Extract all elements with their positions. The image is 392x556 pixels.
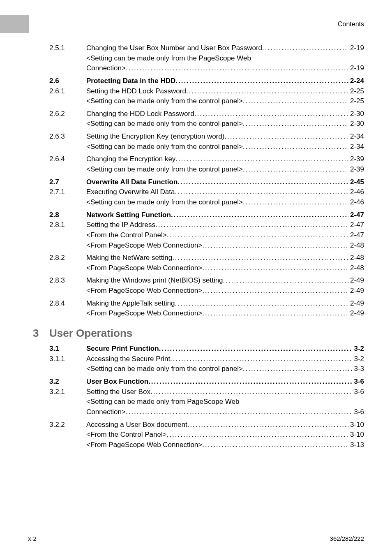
toc-entry-page: 3-10 [348,420,364,430]
toc-entry[interactable]: 2.8Network Setting Function 2-47 [49,210,364,220]
toc-entry[interactable]: 2.7Overwrite All Data Function 2-45 [49,177,364,188]
toc-subentry-title: <Setting can be made only from the contr… [86,364,243,374]
toc-entry-number: 2.6.1 [49,86,86,97]
toc-leader [167,430,348,440]
toc-entry-number: 2.6.4 [49,154,86,164]
toc-subentry[interactable]: <Setting can be made only from the contr… [86,142,364,152]
toc-subentry-page: 2-19 [348,63,364,74]
toc-entry-body: Network Setting Function 2-47 [86,210,364,220]
toc-subentry[interactable]: <From PageScope Web Connection> 2-49 [86,308,364,319]
toc-entry-title: Executing Overwrite All Data [86,187,175,197]
toc-entry-number: 2.6.3 [49,132,86,142]
toc-leader [224,132,348,142]
toc-subentry[interactable]: <Setting can be made only from PageScope… [86,397,364,407]
toc-subentry-title: <Setting can be made only from the contr… [86,164,243,175]
toc-entry-body: Secure Print Function 3-2 [86,344,364,354]
footer-page-number: x-2 [28,535,37,542]
toc-entry-page: 2-30 [348,109,364,119]
toc-entry-number: 2.8.3 [49,276,86,286]
toc-entry-body: Accessing a User Box document 3-10 [86,420,364,430]
footer-rule [28,532,364,532]
toc-entry[interactable]: 2.6.3Setting the Encryption Key (encrypt… [49,132,364,142]
toc-entry-body: Setting the HDD Lock Password 2-25 [86,86,364,97]
toc-entry[interactable]: 2.8.1Setting the IP Address 2-47 [49,220,364,230]
toc-leader [194,109,348,119]
toc-entry-page: 2-39 [348,154,364,164]
toc-entry-number: 2.5.1 [49,43,86,53]
toc-subentry-page: 3-10 [348,430,364,440]
toc-entry[interactable]: 3.1.1Accessing the Secure Print 3-2 [49,354,364,364]
toc-entry-body: Changing the HDD Lock Password 2-30 [86,109,364,119]
toc-subentry[interactable]: <Setting can be made only from the contr… [86,197,364,208]
toc-entry-title: Changing the User Box Number and User Bo… [86,43,262,53]
toc-entry[interactable]: 2.8.2Making the NetWare setting 2-48 [49,253,364,263]
toc-subentry-title: <From PageScope Web Connection> [86,440,202,450]
toc-entry-number: 3.2.2 [49,420,86,430]
toc-leader [187,420,348,430]
toc-subentry[interactable]: <Setting can be made only from the contr… [86,96,364,107]
toc-leader [148,377,352,387]
toc-leader [202,263,348,273]
toc-entry[interactable]: 2.6Protecting Data in the HDD 2-24 [49,76,364,86]
toc-subentry[interactable]: <Setting can be made only from the contr… [86,164,364,175]
toc-leader [150,387,353,397]
chapter-heading: 3User Operations [33,327,364,340]
toc-entry-page: 2-24 [348,76,364,86]
toc-subentry[interactable]: <From the Control Panel> 3-10 [86,430,364,440]
toc-entry-number: 3.2.1 [49,387,86,397]
toc-entry[interactable]: 2.6.4Changing the Encryption key 2-39 [49,154,364,164]
toc-subentry[interactable]: <Setting can be made only from the contr… [86,364,364,374]
toc-entry-title: Secure Print Function [86,344,159,354]
toc-subentry-title: <From the Control Panel> [86,230,167,241]
toc-entry-title: Changing the HDD Lock Password [86,109,194,119]
toc-leader [243,96,348,107]
toc-entry-body: Setting the Encryption Key (encryption w… [86,132,364,142]
toc-subentry-page: 2-49 [348,308,364,319]
toc-entry-number: 3.1.1 [49,354,86,364]
toc-entry[interactable]: 2.7.1Executing Overwrite All Data 2-46 [49,187,364,197]
toc-subentry[interactable]: <From PageScope Web Connection> 3-13 [86,440,364,450]
toc-subentry-page: 2-46 [348,197,364,208]
header-rule [49,31,364,31]
header-label: Contents [338,21,364,28]
toc-subentry[interactable]: Connection> 3-6 [86,407,364,417]
page-tab [0,15,29,33]
toc-entry[interactable]: 3.2.1Setting the User Box 3-6 [49,387,364,397]
toc-leader [243,364,353,374]
toc-entry[interactable]: 3.1Secure Print Function 3-2 [49,344,364,354]
toc-entry[interactable]: 2.8.3Making the Windows print (NetBIOS) … [49,276,364,286]
toc-entry-title: Network Setting Function [86,210,171,220]
toc-subentry-page: 2-25 [348,96,364,107]
toc-subentry-title: <Setting can be made only from the contr… [86,119,243,129]
toc-subentry[interactable]: <From the Control Panel> 2-47 [86,230,364,241]
toc-subentry[interactable]: <From PageScope Web Connection> 2-48 [86,263,364,273]
toc-entry[interactable]: 2.6.1Setting the HDD Lock Password 2-25 [49,86,364,97]
toc-subentry-title: <Setting can be made only from the PageS… [86,53,251,64]
toc-entry[interactable]: 3.2User Box Function 3-6 [49,377,364,387]
toc-subentry[interactable]: <Setting can be made only from the PageS… [86,53,364,64]
toc-subentry-title: <From PageScope Web Connection> [86,308,202,319]
toc-leader [175,187,348,197]
toc-subentry-title: <From PageScope Web Connection> [86,286,202,296]
toc-subentry-title: <Setting can be made only from the contr… [86,197,243,208]
toc-subentry-page: 2-49 [348,286,364,296]
toc-subentry[interactable]: <Setting can be made only from the contr… [86,119,364,129]
toc-entry-number: 3.1 [49,344,86,354]
toc-subentry[interactable]: <From PageScope Web Connection> 2-49 [86,286,364,296]
toc-entry-title: Overwrite All Data Function [86,177,178,188]
toc-subentry-title: Connection> [86,407,126,417]
toc-subentry[interactable]: Connection> 2-19 [86,63,364,74]
toc-entry-title: Setting the Encryption Key (encryption w… [86,132,224,142]
toc-entry-title: Changing the Encryption key [86,154,175,164]
toc-entry[interactable]: 2.6.2Changing the HDD Lock Password 2-30 [49,109,364,119]
toc-leader [172,253,348,263]
toc-entry[interactable]: 2.8.4Making the AppleTalk setting 2-49 [49,299,364,309]
toc-entry-page: 2-46 [348,187,364,197]
toc-entry[interactable]: 2.5.1Changing the User Box Number and Us… [49,43,364,53]
toc-entry-page: 3-6 [352,387,364,397]
toc-subentry[interactable]: <From PageScope Web Connection> 2-48 [86,241,364,251]
toc-subentry-title: <Setting can be made only from the contr… [86,96,243,107]
toc-entry-page: 2-49 [348,299,364,309]
toc-entry[interactable]: 3.2.2Accessing a User Box document 3-10 [49,420,364,430]
toc-content: 2.5.1Changing the User Box Number and Us… [49,43,364,450]
